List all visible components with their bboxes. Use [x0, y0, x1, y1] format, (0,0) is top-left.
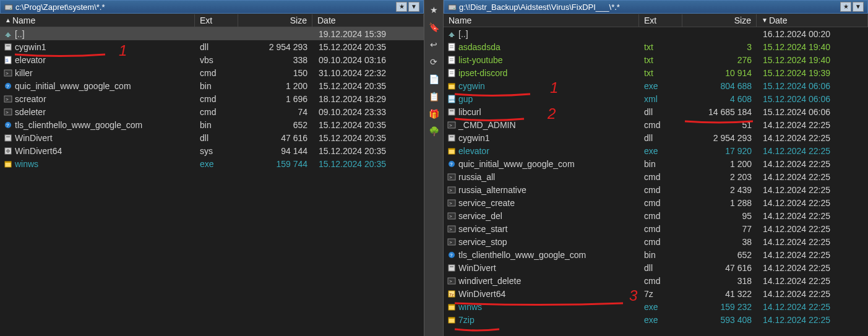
- bookmark-icon[interactable]: 🔖: [426, 20, 441, 35]
- svg-rect-3: [5, 44, 11, 50]
- header-ext[interactable]: Ext: [639, 14, 682, 27]
- header-size[interactable]: Size: [238, 14, 312, 27]
- file-name: killer: [15, 68, 33, 78]
- file-size: 2 439: [682, 185, 757, 195]
- file-row[interactable]: cygwin1dll2 954 29315.12.2024 20:35: [0, 40, 424, 53]
- file-row[interactable]: 7zWinDivert647z41 32214.12.2024 22:25: [444, 287, 868, 300]
- doc-icon[interactable]: 📄: [426, 72, 441, 87]
- file-row[interactable]: >service_stopcmd3814.12.2024 22:25: [444, 235, 868, 248]
- file-row[interactable]: >_CMD_ADMINcmd5114.12.2024 22:25: [444, 118, 868, 131]
- file-row[interactable]: cygwin1dll2 954 29314.12.2024 22:25: [444, 131, 868, 144]
- svg-rect-30: [449, 56, 455, 64]
- file-name: WinDivert: [15, 133, 53, 143]
- header-ext[interactable]: Ext: [195, 14, 238, 27]
- file-row[interactable]: >service_startcmd7714.12.2024 22:25: [444, 222, 868, 235]
- file-row[interactable]: asdasdsdatxt315.12.2024 19:40: [444, 40, 868, 53]
- file-ext: cmd: [195, 68, 238, 78]
- xml-icon: xml: [447, 95, 456, 103]
- file-date: 15.12.2024 06:06: [757, 81, 868, 91]
- dll-icon: [447, 264, 456, 272]
- file-size: 276: [682, 55, 757, 65]
- path-fav-button[interactable]: ★: [396, 2, 407, 12]
- copy-icon[interactable]: 📋: [426, 89, 441, 104]
- header-name[interactable]: Name: [444, 14, 639, 27]
- file-row[interactable]: >killercmd15031.10.2024 22:32: [0, 66, 424, 79]
- file-row[interactable]: ?tls_clienthello_www_google_combin65214.…: [444, 248, 868, 261]
- file-row[interactable]: elevatorexe17 92014.12.2024 22:25: [444, 144, 868, 157]
- file-date: 15.12.2024 20:35: [312, 133, 424, 143]
- file-list-right[interactable]: [..]16.12.2024 00:20asdasdsdatxt315.12.2…: [444, 27, 868, 336]
- bin-icon: ?: [4, 82, 12, 90]
- sys-icon: [4, 147, 12, 155]
- file-row[interactable]: >russia_allcmd2 20314.12.2024 22:25: [444, 170, 868, 183]
- file-row[interactable]: Selevatorvbs33809.10.2024 03:16: [0, 53, 424, 66]
- file-row[interactable]: WinDivert64sys94 14415.12.2024 20:35: [0, 144, 424, 157]
- file-size: 95: [682, 211, 757, 221]
- file-row[interactable]: ?quic_initial_www_google_combin1 20015.1…: [0, 79, 424, 92]
- file-row[interactable]: ?tls_clienthello_www_google_combin65215.…: [0, 118, 424, 131]
- file-row[interactable]: >screatorcmd1 69618.12.2024 18:29: [0, 92, 424, 105]
- file-row[interactable]: list-youtubetxt27615.12.2024 19:40: [444, 53, 868, 66]
- refresh-icon[interactable]: ⟳: [426, 54, 441, 69]
- file-row[interactable]: [..]16.12.2024 00:20: [444, 27, 868, 40]
- file-row[interactable]: [..]19.12.2024 15:39: [0, 27, 424, 40]
- file-row[interactable]: >sdeletercmd7409.10.2024 23:33: [0, 105, 424, 118]
- gift-icon[interactable]: 🎁: [426, 106, 441, 121]
- file-row[interactable]: >windivert_deletecmd31814.12.2024 22:25: [444, 274, 868, 287]
- svg-rect-4: [6, 45, 10, 46]
- header-name[interactable]: ▲Name: [0, 14, 195, 27]
- file-row[interactable]: WinDivertdll47 61615.12.2024 20:35: [0, 131, 424, 144]
- file-size: 94 144: [238, 146, 312, 156]
- path-dropdown-button[interactable]: ▼: [408, 2, 419, 12]
- file-size: 652: [682, 250, 757, 260]
- file-name: list-youtube: [458, 55, 503, 65]
- cmd-icon: >: [447, 121, 456, 129]
- file-row[interactable]: winwsexe159 74415.12.2024 20:35: [0, 157, 424, 170]
- svg-rect-27: [449, 43, 455, 51]
- file-size: 47 616: [682, 263, 757, 273]
- header-date[interactable]: ▼Date: [757, 14, 868, 27]
- file-row[interactable]: 7zipexe593 40814.12.2024 22:25: [444, 313, 868, 326]
- exe-icon: [447, 316, 456, 324]
- file-row[interactable]: cygwinexe804 68815.12.2024 06:06: [444, 79, 868, 92]
- file-row[interactable]: xmlgupxml4 60815.12.2024 06:06: [444, 92, 868, 105]
- star-icon[interactable]: ★: [426, 2, 441, 17]
- file-size: 159 744: [238, 159, 312, 169]
- file-name: sdeleter: [15, 107, 46, 117]
- svg-text:?: ?: [450, 252, 453, 258]
- 7z-icon: 7z: [447, 290, 456, 298]
- header-date[interactable]: Date: [312, 14, 424, 27]
- path-bar-right[interactable]: g:\!Distr_Backup\Aidstest\Virus\FixDPI__…: [444, 0, 868, 14]
- history-icon[interactable]: ↩: [426, 37, 441, 52]
- path-fav-button[interactable]: ★: [840, 2, 851, 12]
- file-row[interactable]: >service_createcmd1 28814.12.2024 22:25: [444, 196, 868, 209]
- file-ext: cmd: [639, 172, 682, 182]
- file-name: tls_clienthello_www_google_com: [15, 120, 142, 130]
- file-row[interactable]: ?quic_initial_www_google_combin1 20014.1…: [444, 157, 868, 170]
- svg-rect-1: [10, 8, 11, 9]
- file-row[interactable]: ipset-discordtxt10 91415.12.2024 19:39: [444, 66, 868, 79]
- file-name: windivert_delete: [458, 276, 521, 286]
- file-ext: dll: [639, 263, 682, 273]
- file-row[interactable]: winwsexe159 23214.12.2024 22:25: [444, 300, 868, 313]
- sort-asc-icon: ▲: [5, 17, 11, 24]
- file-row[interactable]: WinDivertdll47 61614.12.2024 22:25: [444, 261, 868, 274]
- path-dropdown-button[interactable]: ▼: [853, 2, 864, 12]
- file-size: 17 920: [682, 146, 757, 156]
- tree-icon[interactable]: 🌳: [426, 124, 441, 139]
- svg-rect-37: [449, 84, 455, 85]
- file-row[interactable]: libcurldll14 685 18415.12.2024 06:06: [444, 105, 868, 118]
- file-name: [..]: [15, 29, 25, 39]
- svg-text:?: ?: [450, 162, 453, 167]
- file-list-left[interactable]: [..]19.12.2024 15:39cygwin1dll2 954 2931…: [0, 27, 424, 336]
- file-size: 2 203: [682, 172, 757, 182]
- file-size: 159 232: [682, 302, 757, 312]
- svg-text:>: >: [449, 278, 452, 284]
- path-bar-left[interactable]: c:\Prog\Zapret\system\*.* ★ ▼: [0, 0, 424, 14]
- file-date: 31.10.2024 22:32: [312, 68, 424, 78]
- file-ext: cmd: [639, 198, 682, 208]
- file-row[interactable]: >service_delcmd9514.12.2024 22:25: [444, 209, 868, 222]
- svg-text:>: >: [6, 97, 9, 102]
- header-size[interactable]: Size: [682, 14, 757, 27]
- file-row[interactable]: >russia_alternativecmd2 43914.12.2024 22…: [444, 183, 868, 196]
